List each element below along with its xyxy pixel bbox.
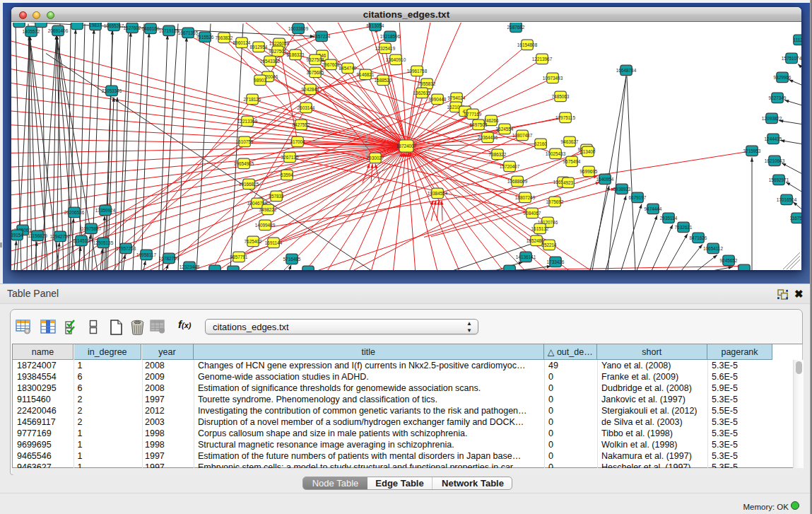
svg-text:2603144: 2603144 (298, 105, 315, 110)
svg-text:4923: 4923 (563, 180, 574, 185)
svg-text:10654112: 10654112 (703, 246, 723, 251)
svg-text:1588520: 1588520 (375, 78, 392, 83)
svg-text:10025433: 10025433 (546, 151, 566, 156)
svg-text:5716485: 5716485 (283, 257, 301, 262)
svg-text:9857791: 9857791 (230, 255, 248, 259)
svg-text:62160: 62160 (534, 141, 547, 146)
svg-text:7663822: 7663822 (216, 35, 233, 40)
svg-text:3675685: 3675685 (307, 70, 324, 75)
svg-text:9990448: 9990448 (429, 97, 447, 102)
svg-text:9699695: 9699695 (580, 169, 598, 174)
svg-text:252214: 252214 (541, 243, 557, 247)
svg-text:19384554: 19384554 (428, 191, 448, 196)
svg-text:7357224: 7357224 (313, 34, 331, 39)
svg-text:7515526: 7515526 (196, 35, 214, 40)
svg-text:15720407: 15720407 (500, 164, 520, 169)
svg-text:19837: 19837 (89, 23, 102, 28)
svg-text:15751074: 15751074 (782, 56, 801, 61)
svg-text:2935114: 2935114 (660, 216, 678, 221)
svg-text:1405572: 1405572 (23, 29, 40, 34)
svg-text:16154808: 16154808 (517, 42, 538, 47)
svg-text:14136141: 14136141 (516, 255, 536, 259)
svg-text:9146821: 9146821 (357, 72, 375, 77)
svg-text:9575494: 9575494 (563, 159, 581, 164)
svg-text:10688609: 10688609 (507, 179, 528, 184)
svg-text:12942757: 12942757 (50, 234, 71, 239)
svg-text:116753: 116753 (790, 216, 801, 221)
svg-text:17016504: 17016504 (777, 197, 797, 202)
svg-text:14099489: 14099489 (255, 223, 276, 228)
svg-text:8813054: 8813054 (367, 23, 384, 28)
svg-text:10655267: 10655267 (104, 23, 124, 28)
svg-text:10719155: 10719155 (159, 28, 180, 33)
svg-text:18724007: 18724007 (396, 144, 417, 148)
svg-text:7625402: 7625402 (245, 239, 262, 244)
svg-text:1691144: 1691144 (265, 240, 283, 245)
svg-text:2930027: 2930027 (367, 156, 384, 160)
svg-text:10975887: 10975887 (81, 226, 102, 231)
svg-text:9245652: 9245652 (720, 258, 738, 263)
svg-text:12213369: 12213369 (237, 119, 258, 124)
svg-text:11156829: 11156829 (28, 233, 47, 238)
svg-text:417004: 417004 (290, 139, 305, 144)
svg-text:98903: 98903 (254, 78, 266, 83)
svg-text:857833: 857833 (269, 194, 284, 199)
svg-text:16648784: 16648784 (616, 68, 637, 73)
svg-text:20364436: 20364436 (478, 135, 498, 140)
svg-text:7632621: 7632621 (675, 225, 693, 230)
svg-text:1362615: 1362615 (413, 90, 431, 95)
svg-text:1610755: 1610755 (236, 139, 254, 144)
svg-text:6679197: 6679197 (629, 195, 647, 200)
svg-text:11123: 11123 (794, 37, 801, 42)
svg-text:3215953: 3215953 (743, 148, 761, 153)
svg-text:9084067: 9084067 (524, 211, 541, 216)
svg-text:9794024: 9794024 (448, 95, 466, 100)
svg-text:8912954: 8912954 (250, 45, 268, 49)
svg-text:9327508: 9327508 (307, 57, 324, 62)
svg-text:10807487: 10807487 (512, 133, 533, 138)
svg-text:16210643: 16210643 (765, 158, 785, 163)
svg-text:17975115: 17975115 (555, 115, 575, 120)
svg-text:18807249: 18807249 (515, 195, 536, 200)
svg-text:3498222: 3498222 (259, 207, 277, 212)
svg-text:17359924: 17359924 (95, 208, 116, 213)
svg-text:1114519: 1114519 (73, 238, 90, 243)
svg-text:12213967: 12213967 (532, 57, 553, 62)
svg-text:113400: 113400 (581, 149, 596, 154)
svg-text:20206536: 20206536 (64, 210, 85, 215)
svg-text:1640954: 1640954 (596, 177, 614, 182)
svg-text:10961758: 10961758 (407, 69, 428, 74)
svg-text:16543382: 16543382 (260, 59, 281, 64)
svg-text:20691406: 20691406 (48, 28, 69, 33)
svg-text:1244415: 1244415 (765, 136, 782, 141)
svg-text:13226058: 13226058 (269, 41, 290, 46)
svg-text:9327503: 9327503 (269, 49, 287, 54)
svg-text:53594: 53594 (281, 173, 293, 177)
svg-text:8454749: 8454749 (339, 66, 357, 71)
svg-text:16671355: 16671355 (178, 30, 199, 35)
svg-text:9227349: 9227349 (769, 95, 787, 100)
svg-text:12093822: 12093822 (762, 116, 782, 121)
svg-text:1527602: 1527602 (124, 25, 141, 30)
svg-text:10958117: 10958117 (136, 252, 156, 257)
svg-text:9474444: 9474444 (645, 206, 662, 211)
svg-text:3267130: 3267130 (281, 155, 299, 160)
svg-text:2718126: 2718126 (244, 97, 261, 102)
svg-text:12323448: 12323448 (180, 264, 200, 269)
svg-text:8471626: 8471626 (690, 235, 707, 240)
svg-text:9777169: 9777169 (464, 112, 482, 117)
svg-text:8186323: 8186323 (287, 52, 305, 57)
svg-text:2967608: 2967608 (322, 62, 340, 67)
svg-text:2687682: 2687682 (507, 25, 525, 30)
svg-text:7386322: 7386322 (489, 152, 507, 157)
svg-text:1975692: 1975692 (546, 199, 564, 204)
svg-text:8938923: 8938923 (613, 187, 631, 192)
svg-text:19166825: 19166825 (239, 182, 259, 187)
svg-text:13640910: 13640910 (386, 57, 406, 62)
svg-text:6497508: 6497508 (470, 122, 488, 127)
svg-text:15692971: 15692971 (769, 177, 789, 182)
svg-text:8960124: 8960124 (233, 40, 251, 45)
svg-text:19218596: 19218596 (380, 34, 401, 39)
svg-text:1615132: 1615132 (531, 226, 549, 231)
svg-text:16782759: 16782759 (159, 256, 180, 261)
